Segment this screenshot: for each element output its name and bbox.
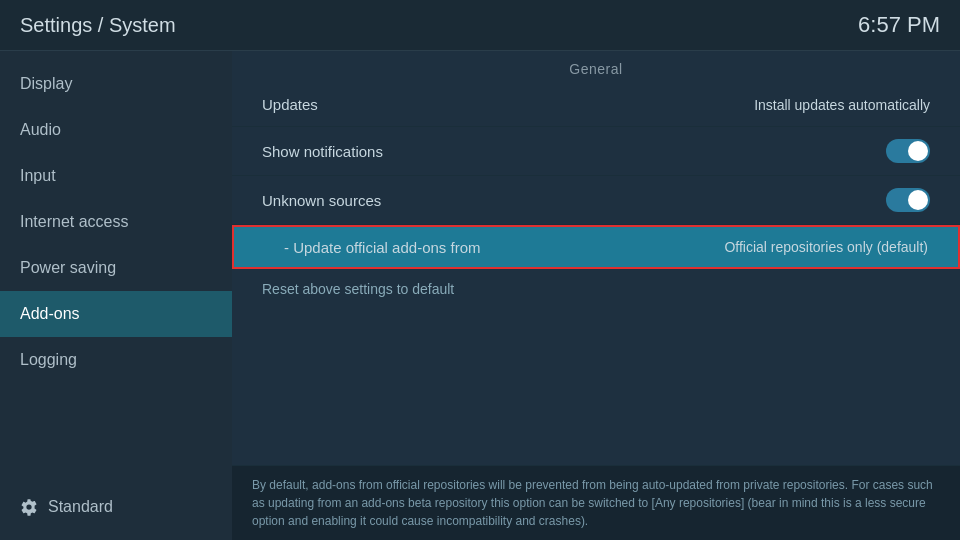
sidebar-item-audio[interactable]: Audio — [0, 107, 232, 153]
toggle-unknown-sources[interactable] — [886, 188, 930, 212]
sidebar-item-power-saving[interactable]: Power saving — [0, 245, 232, 291]
main-layout: Display Audio Input Internet access Powe… — [0, 51, 960, 540]
section-title: General — [232, 51, 960, 83]
sidebar-footer-label: Standard — [48, 498, 113, 516]
setting-label-update-official-addons: - Update official add-ons from — [284, 239, 481, 256]
setting-label-unknown-sources: Unknown sources — [262, 192, 381, 209]
sidebar-label-display: Display — [20, 75, 72, 93]
page-title: Settings / System — [20, 14, 176, 37]
setting-value-update-official-addons: Official repositories only (default) — [724, 239, 928, 255]
setting-value-updates: Install updates automatically — [754, 97, 930, 113]
setting-row-update-official-addons[interactable]: - Update official add-ons from Official … — [232, 225, 960, 269]
content-footer: By default, add-ons from official reposi… — [232, 465, 960, 540]
sidebar-item-add-ons[interactable]: Add-ons — [0, 291, 232, 337]
footer-description: By default, add-ons from official reposi… — [252, 478, 933, 528]
sidebar-item-display[interactable]: Display — [0, 61, 232, 107]
content-area: General Updates Install updates automati… — [232, 51, 960, 540]
sidebar-label-logging: Logging — [20, 351, 77, 369]
reset-label: Reset above settings to default — [262, 281, 454, 297]
setting-row-unknown-sources[interactable]: Unknown sources — [232, 176, 960, 225]
sidebar-label-input: Input — [20, 167, 56, 185]
gear-icon — [20, 498, 38, 516]
clock: 6:57 PM — [858, 12, 940, 38]
sidebar-label-add-ons: Add-ons — [20, 305, 80, 323]
setting-label-updates: Updates — [262, 96, 318, 113]
setting-row-updates[interactable]: Updates Install updates automatically — [232, 83, 960, 127]
toggle-show-notifications[interactable] — [886, 139, 930, 163]
sidebar-item-internet-access[interactable]: Internet access — [0, 199, 232, 245]
setting-row-show-notifications[interactable]: Show notifications — [232, 127, 960, 176]
sidebar-label-power-saving: Power saving — [20, 259, 116, 277]
sidebar-label-audio: Audio — [20, 121, 61, 139]
sidebar: Display Audio Input Internet access Powe… — [0, 51, 232, 540]
sidebar-item-logging[interactable]: Logging — [0, 337, 232, 383]
content-body: General Updates Install updates automati… — [232, 51, 960, 465]
setting-label-show-notifications: Show notifications — [262, 143, 383, 160]
header: Settings / System 6:57 PM — [0, 0, 960, 51]
sidebar-label-internet-access: Internet access — [20, 213, 129, 231]
reset-row[interactable]: Reset above settings to default — [232, 269, 960, 309]
sidebar-footer[interactable]: Standard — [0, 484, 232, 530]
sidebar-item-input[interactable]: Input — [0, 153, 232, 199]
settings-list: Updates Install updates automatically Sh… — [232, 83, 960, 309]
